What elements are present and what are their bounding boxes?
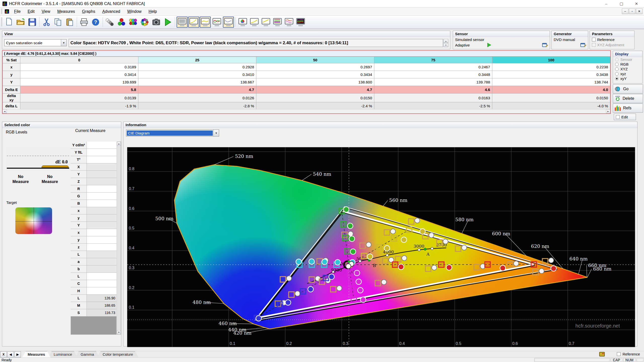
menu-item-graphs[interactable]: Graphs (78, 8, 99, 15)
toolbar-button-view-deltae-monitor[interactable] (284, 17, 295, 28)
refs-button[interactable]: Refs (613, 104, 643, 113)
delete-button[interactable]: Delete (613, 94, 643, 103)
mdi-restore-icon[interactable]: ▫ (629, 9, 635, 14)
menu-item-view[interactable]: View (38, 8, 54, 15)
tab-measures[interactable]: Measures (22, 351, 51, 357)
menu-item-help[interactable]: Help (145, 8, 160, 15)
scroll-up-icon[interactable]: ▲ (117, 142, 121, 146)
toolbar-button-colorchecker-measure-icon[interactable] (139, 17, 150, 28)
radio-RGB[interactable]: RGB (613, 62, 642, 67)
view-gamma2-monitor (261, 18, 270, 26)
trash-icon (615, 95, 621, 102)
toolbar-button-print-icon[interactable] (78, 17, 90, 28)
toolbar-button-cut-icon[interactable] (41, 17, 52, 28)
toolbar-button-view-dark-monitor[interactable] (295, 17, 306, 28)
menu-item-edit[interactable]: Edit (24, 8, 38, 15)
close-button[interactable]: ✕ (629, 0, 644, 7)
measure-spinner[interactable]: ▲▼ (444, 39, 448, 47)
scroll-down-icon[interactable]: ▼ (117, 330, 121, 334)
svg-text:560 nm: 560 nm (389, 197, 408, 203)
toolbar-button-grayscale-measure-icon[interactable] (104, 17, 115, 28)
radio-circle[interactable] (615, 67, 619, 71)
radio-circle[interactable] (615, 72, 619, 76)
mdi-close-icon[interactable]: ✕ (636, 9, 642, 14)
toolbar-button-secondaries-measure-icon[interactable] (128, 17, 139, 28)
menu-item-file[interactable]: File (11, 8, 24, 15)
toolbar-button-view-luminance-monitor[interactable] (188, 17, 199, 28)
toolbar-button-save-icon[interactable] (27, 17, 38, 28)
mdi-minimize-icon[interactable]: – (622, 9, 628, 14)
toolbar-button-view-measures-monitor[interactable] (177, 17, 188, 28)
status-cell-num: NUM (623, 358, 636, 362)
go-button[interactable]: Go (613, 84, 643, 94)
radio-XYZ[interactable]: XYZ (613, 67, 642, 71)
colorspace-info-field[interactable]: Color Space: HDTV Rec709 , White Point: … (69, 39, 443, 47)
toolbar-button-view-cie-monitor[interactable] (237, 17, 248, 28)
window-title: HCFR Colorimeter - 3.5.1.4 - [SAMSUNG 65… (9, 2, 145, 6)
toolbar-button-copy-icon[interactable] (53, 17, 64, 28)
view-select[interactable]: Cyan saturation scale ▼ (4, 39, 67, 46)
measure-label: Y ftL (71, 149, 87, 156)
radio-circle[interactable] (615, 63, 619, 66)
cell: 0.0163 (374, 94, 492, 102)
chevron-down-icon[interactable]: ▼ (61, 39, 66, 46)
radio-xyY[interactable]: xyY (613, 76, 642, 81)
column-header-100: 100 (492, 57, 610, 63)
cell: 0.0150 (492, 94, 610, 102)
sensor-config-icon[interactable] (542, 42, 548, 48)
status-cell-cap: CAP (611, 358, 622, 362)
edit-checkbox-button[interactable]: Edit (614, 114, 636, 120)
edit-checkbox[interactable] (616, 115, 620, 119)
information-select[interactable]: CIE Diagram ▼ (126, 129, 219, 137)
rgb-levels-chart: dE 0.0 (6, 146, 70, 171)
menu-item-measures[interactable]: Measures (54, 8, 78, 15)
sensor-name: Simulated sensor (453, 37, 550, 42)
measure-table-scrollbar[interactable]: ▲ ▼ (117, 142, 121, 335)
radio-circle[interactable] (615, 77, 619, 80)
radio-label: XYZ (620, 67, 628, 71)
cell: -2.4 % (256, 102, 374, 110)
cell: 0.3434 (256, 71, 374, 78)
minimize-button[interactable]: – (599, 0, 614, 7)
chevron-down-icon[interactable]: ▼ (213, 130, 219, 136)
toolbar-button-view-luminance2-monitor[interactable] (249, 17, 260, 28)
toolbar-button-run-measures-icon[interactable] (162, 17, 173, 28)
selected-color-title: Selected color (2, 122, 121, 128)
target-color-swatch[interactable] (15, 207, 52, 234)
toolbar: ? (0, 16, 644, 29)
toolbar-button-paste-icon[interactable] (64, 17, 75, 28)
colorchecker-measure-icon (140, 18, 149, 27)
reference-checkbox[interactable] (617, 352, 621, 356)
sensor-run-icon[interactable] (487, 43, 491, 47)
scroll-right-icon[interactable]: ► (606, 109, 610, 113)
checkbox-reference[interactable]: Reference (590, 37, 634, 42)
checkbox-box[interactable] (592, 38, 596, 41)
toolbar-button-view-histogram-monitor[interactable] (272, 17, 283, 28)
document-icon[interactable] (5, 9, 9, 14)
cie-diagram[interactable]: 0.10.20.30.40.50.60.70.10.20.30.40.50.60… (127, 147, 635, 347)
toolbar-button-help-icon[interactable]: ? (90, 17, 101, 28)
prev-sheet-icon[interactable]: ◀ (7, 351, 14, 357)
menu-item-advanced[interactable]: Advanced (99, 8, 124, 15)
radio-xyz[interactable]: xyz (613, 71, 642, 76)
toolbar-button-snapshot-icon[interactable] (151, 17, 162, 28)
toolbar-button-view-rgblevels-monitor[interactable] (211, 17, 222, 28)
toolbar-button-primaries-measure-icon[interactable] (116, 17, 127, 28)
tab-color-temperature[interactable]: Color temperature (97, 351, 139, 357)
mdi-window-buttons: – ▫ ✕ (622, 9, 642, 14)
scroll-left-icon[interactable]: ◄ (3, 109, 7, 113)
generator-config-icon[interactable] (580, 42, 586, 48)
toolbar-button-new-file-icon[interactable] (4, 17, 15, 28)
close-sheet-icon[interactable]: X (0, 351, 7, 357)
toolbar-button-view-gamma2-monitor[interactable] (260, 17, 271, 28)
next-sheet-icon[interactable]: ▶ (14, 351, 21, 357)
menu-item-window[interactable]: Window (124, 8, 145, 15)
maximize-button[interactable]: ▢ (614, 0, 629, 7)
toolbar-button-view-colortemp-monitor[interactable] (223, 17, 234, 28)
reference-checkbox-row[interactable]: Reference (615, 351, 642, 357)
toolbar-button-open-file-icon[interactable] (15, 17, 26, 28)
table-horizontal-scrollbar[interactable]: ◄ ► (3, 109, 610, 113)
toolbar-button-view-gamma-monitor[interactable] (200, 17, 211, 28)
tab-gamma[interactable]: Gamma (75, 351, 100, 357)
tab-luminance[interactable]: Luminance (48, 351, 77, 357)
